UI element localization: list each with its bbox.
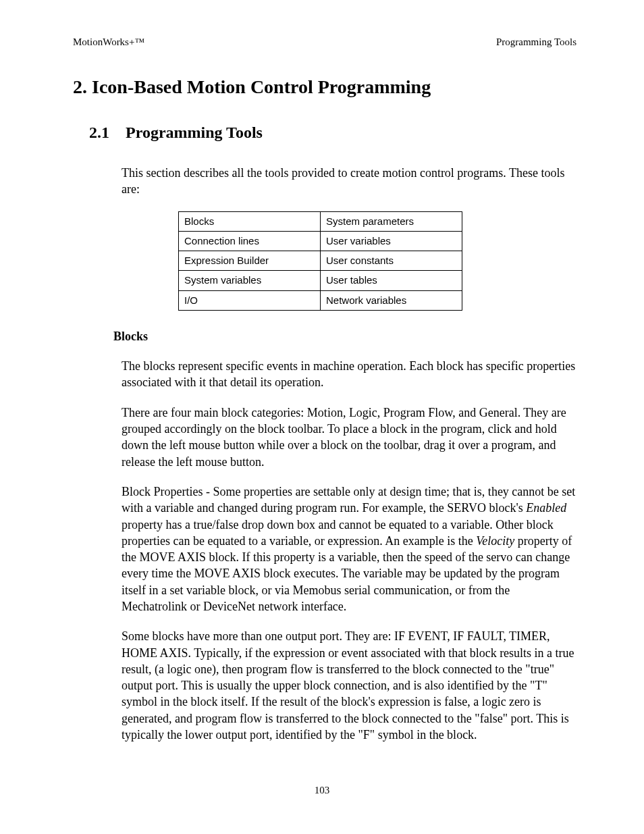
table-cell: Network variables xyxy=(321,290,462,310)
table-cell: User constants xyxy=(321,251,462,271)
table-cell: I/O xyxy=(179,290,321,310)
table-cell: User variables xyxy=(321,231,462,251)
table-cell: System variables xyxy=(179,271,321,290)
table-row: Blocks System parameters xyxy=(179,211,462,231)
blocks-paragraph-4: Some blocks have more than one output po… xyxy=(122,628,576,743)
blocks-subheading: Blocks xyxy=(113,328,576,344)
table-cell: Connection lines xyxy=(179,231,321,251)
table-row: System variables User tables xyxy=(179,271,462,290)
header-left: MotionWorks+™ xyxy=(73,36,144,48)
table-cell: Expression Builder xyxy=(179,251,321,271)
header-right: Programming Tools xyxy=(496,36,576,48)
blocks-paragraph-2: There are four main block categories: Mo… xyxy=(122,405,576,470)
chapter-title: 2. Icon-Based Motion Control Programming xyxy=(73,76,576,98)
running-header: MotionWorks+™ Programming Tools xyxy=(73,36,576,48)
blocks-paragraph-1: The blocks represent specific events in … xyxy=(122,358,576,391)
section-heading: 2.1 Programming Tools xyxy=(89,124,576,142)
table-row: Expression Builder User constants xyxy=(179,251,462,271)
page-number: 103 xyxy=(0,785,644,796)
table-cell: System parameters xyxy=(321,211,462,231)
section-title: Programming Tools xyxy=(126,124,263,142)
table-cell: User tables xyxy=(321,271,462,290)
table-cell: Blocks xyxy=(179,211,321,231)
emphasis-enabled: Enabled xyxy=(526,501,566,515)
blocks-paragraph-3: Block Properties - Some properties are s… xyxy=(122,484,576,615)
emphasis-velocity: Velocity xyxy=(476,534,514,548)
text-run: Block Properties - Some properties are s… xyxy=(122,485,575,515)
section-number: 2.1 xyxy=(89,124,109,142)
intro-paragraph: This section describes all the tools pro… xyxy=(122,165,576,198)
table-row: I/O Network variables xyxy=(179,290,462,310)
table-row: Connection lines User variables xyxy=(179,231,462,251)
tools-table: Blocks System parameters Connection line… xyxy=(178,211,462,311)
